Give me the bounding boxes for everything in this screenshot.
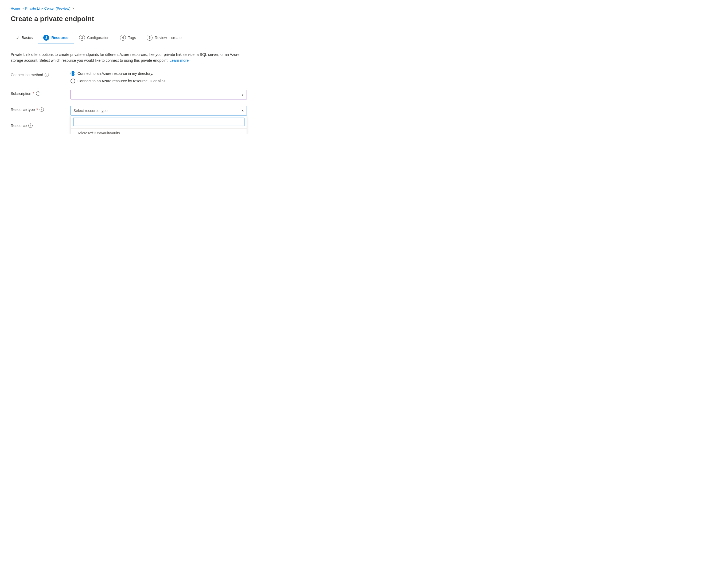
tab-configuration-label: Configuration bbox=[87, 35, 109, 40]
resource-type-trigger[interactable]: Select resource type ∧ bbox=[71, 106, 247, 116]
connection-method-radio-group: Connect to an Azure resource in my direc… bbox=[71, 71, 247, 83]
subscription-required: * bbox=[33, 91, 34, 96]
resource-type-search bbox=[71, 116, 247, 129]
tab-tags[interactable]: 4 Tags bbox=[114, 31, 141, 44]
tab-resource-badge: 2 bbox=[43, 35, 49, 41]
connection-method-info-icon[interactable]: i bbox=[45, 73, 49, 77]
page-container: Home > Private Link Center (Preview) > C… bbox=[0, 0, 321, 134]
breadcrumb-sep-2: > bbox=[72, 6, 74, 10]
resource-type-row: Resource type * i Select resource type ∧ bbox=[11, 106, 310, 116]
tab-basics-check: ✓ bbox=[16, 35, 19, 41]
tab-resource-label: Resource bbox=[51, 35, 68, 40]
resource-info-icon[interactable]: i bbox=[28, 124, 32, 128]
resource-type-dropdown-container: Select resource type ∧ ...Microsoft.KeyV… bbox=[71, 106, 247, 116]
resource-type-chevron-icon: ∧ bbox=[242, 109, 244, 113]
subscription-info-icon[interactable]: i bbox=[36, 91, 41, 96]
resource-type-trigger-text: Select resource type bbox=[73, 109, 108, 113]
resource-label: Resource i bbox=[11, 122, 64, 128]
resource-type-info-icon[interactable]: i bbox=[39, 108, 44, 112]
subscription-chevron-icon: ∨ bbox=[242, 93, 244, 96]
breadcrumb-home[interactable]: Home bbox=[11, 6, 20, 10]
form-section: Connection method i Connect to an Azure … bbox=[11, 71, 310, 128]
learn-more-link[interactable]: Learn more bbox=[170, 58, 189, 63]
tab-basics[interactable]: ✓ Basics bbox=[11, 32, 38, 44]
tab-tags-label: Tags bbox=[128, 35, 136, 40]
tab-review-badge: 5 bbox=[147, 35, 153, 41]
radio-directory-label: Connect to an Azure resource in my direc… bbox=[77, 71, 153, 76]
connection-method-row: Connection method i Connect to an Azure … bbox=[11, 71, 310, 83]
breadcrumb: Home > Private Link Center (Preview) > bbox=[11, 6, 310, 10]
subscription-control: ∨ bbox=[71, 90, 247, 99]
subscription-select[interactable]: ∨ bbox=[71, 90, 247, 99]
resource-type-search-input[interactable] bbox=[73, 118, 244, 126]
radio-resource-id-input[interactable] bbox=[71, 79, 75, 83]
radio-directory-inner bbox=[72, 72, 74, 75]
connection-method-label: Connection method i bbox=[11, 71, 64, 77]
tab-tags-badge: 4 bbox=[120, 35, 126, 41]
connection-method-control: Connect to an Azure resource in my direc… bbox=[71, 71, 247, 83]
resource-type-required: * bbox=[36, 108, 38, 112]
tab-configuration[interactable]: 3 Configuration bbox=[74, 31, 114, 44]
subscription-row: Subscription * i ∨ bbox=[11, 90, 310, 99]
description-text: Private Link offers options to create pr… bbox=[11, 52, 251, 64]
breadcrumb-private-link[interactable]: Private Link Center (Preview) bbox=[25, 6, 70, 10]
tab-review-label: Review + create bbox=[155, 35, 182, 40]
radio-directory[interactable]: Connect to an Azure resource in my direc… bbox=[71, 71, 247, 76]
page-title: Create a private endpoint bbox=[11, 15, 310, 23]
resource-type-label: Resource type * i bbox=[11, 106, 64, 112]
resource-type-list: ...Microsoft.KeyVault/vaults Microsoft.M… bbox=[71, 129, 247, 134]
tab-review[interactable]: 5 Review + create bbox=[141, 31, 187, 44]
tab-resource[interactable]: 2 Resource bbox=[38, 31, 74, 44]
resource-type-control: Select resource type ∧ ...Microsoft.KeyV… bbox=[71, 106, 247, 116]
radio-directory-input[interactable] bbox=[71, 71, 75, 76]
radio-resource-id[interactable]: Connect to an Azure resource by resource… bbox=[71, 79, 247, 83]
resource-type-dropdown-panel: ...Microsoft.KeyVault/vaults Microsoft.M… bbox=[71, 116, 247, 134]
breadcrumb-sep-1: > bbox=[22, 6, 24, 10]
tab-configuration-badge: 3 bbox=[79, 35, 85, 41]
tab-basics-label: Basics bbox=[22, 35, 32, 40]
dropdown-item-0[interactable]: ...Microsoft.KeyVault/vaults bbox=[71, 129, 247, 134]
radio-resource-id-label: Connect to an Azure resource by resource… bbox=[77, 79, 166, 83]
wizard-tabs: ✓ Basics 2 Resource 3 Configuration 4 Ta… bbox=[11, 31, 310, 44]
subscription-label: Subscription * i bbox=[11, 90, 64, 96]
